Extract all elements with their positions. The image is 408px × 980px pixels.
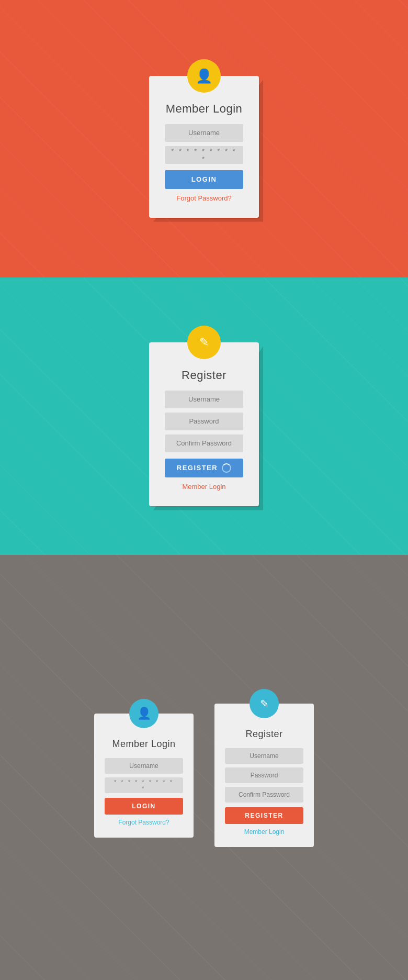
username-input-3[interactable] (105, 758, 183, 774)
confirm-password-input-2[interactable] (165, 435, 243, 452)
username-input-1[interactable] (165, 124, 243, 142)
register-card-wrapper: ✎ Register REGISTER Member Login (149, 342, 259, 506)
register-button-2[interactable]: REGISTER (165, 459, 243, 477)
watermark-3 (0, 555, 408, 980)
register-card: ✎ Register REGISTER Member Login (149, 342, 259, 506)
username-input-2[interactable] (165, 391, 243, 408)
section-teal: ✎ Register REGISTER Member Login (0, 277, 408, 555)
small-register-title: Register (245, 729, 282, 740)
confirm-password-input-4[interactable] (225, 787, 303, 803)
section-gray: 👤 Member Login * * * * * * * * * * LOGIN… (0, 555, 408, 980)
small-register-card: ✎ Register REGISTER Member Login (214, 704, 314, 847)
avatar-circle-small-register: ✎ (250, 689, 279, 718)
person-icon-small: 👤 (137, 707, 151, 720)
register-title: Register (182, 369, 226, 382)
password-display-1: * * * * * * * * * * (165, 146, 243, 164)
person-icon: 👤 (196, 69, 212, 83)
password-input-2[interactable] (165, 413, 243, 430)
login-card-wrapper: 👤 Member Login * * * * * * * * * * LOGIN… (149, 76, 259, 218)
member-login-link-4[interactable]: Member Login (244, 828, 285, 836)
avatar-circle-register: ✎ (187, 326, 221, 359)
pencil-icon: ✎ (199, 337, 209, 348)
forgot-password-link-1[interactable]: Forgot Password? (176, 194, 232, 202)
small-login-title: Member Login (112, 739, 175, 750)
section-orange: 👤 Member Login * * * * * * * * * * LOGIN… (0, 0, 408, 277)
member-login-link-2[interactable]: Member Login (182, 483, 225, 491)
pencil-icon-small: ✎ (260, 697, 269, 710)
password-input-4[interactable] (225, 767, 303, 783)
small-login-card: 👤 Member Login * * * * * * * * * * LOGIN… (94, 714, 194, 838)
username-input-4[interactable] (225, 748, 303, 764)
small-register-wrapper: ✎ Register REGISTER Member Login (214, 704, 314, 847)
login-card: 👤 Member Login * * * * * * * * * * LOGIN… (149, 76, 259, 218)
avatar-circle-login: 👤 (187, 59, 221, 93)
loading-spinner (222, 463, 231, 473)
avatar-circle-small-login: 👤 (129, 699, 158, 728)
login-button-1[interactable]: LOGIN (165, 170, 243, 189)
login-title: Member Login (166, 102, 243, 116)
password-display-3: * * * * * * * * * * (105, 777, 183, 793)
small-login-wrapper: 👤 Member Login * * * * * * * * * * LOGIN… (94, 714, 194, 838)
forgot-password-link-3[interactable]: Forgot Password? (118, 819, 169, 826)
login-button-3[interactable]: LOGIN (105, 798, 183, 815)
register-button-4[interactable]: REGISTER (225, 807, 303, 824)
